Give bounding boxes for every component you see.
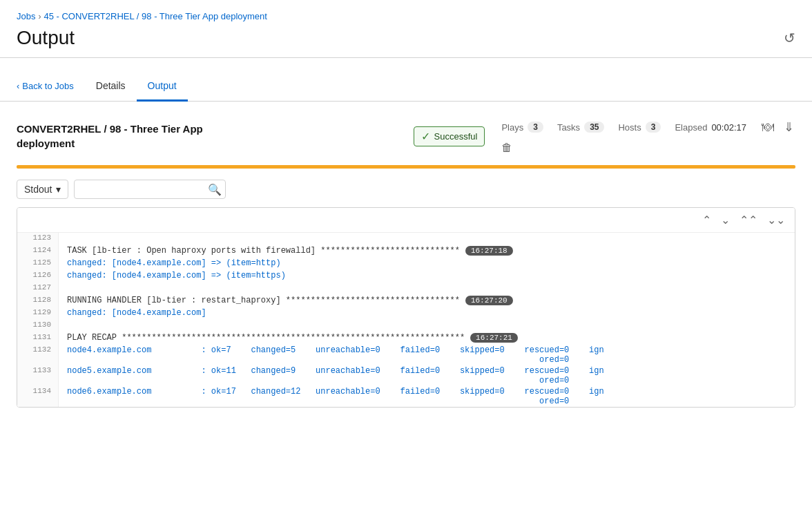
line-number: 1133 (17, 365, 59, 386)
line-content (59, 233, 795, 245)
line-number: 1127 (17, 283, 59, 295)
line-content: changed: [node4.example.com] (59, 307, 795, 320)
table-row: 1123 (17, 233, 795, 245)
tab-output[interactable]: Output (137, 72, 188, 102)
table-row: 1132node4.example.com : ok=7 changed=5 u… (17, 345, 795, 365)
line-number: 1125 (17, 258, 59, 270)
delete-icon[interactable]: 🗑 (501, 142, 512, 154)
job-title: CONVERT2RHEL / 98 - Three Tier App deplo… (17, 122, 203, 151)
scroll-bottom-btn[interactable]: ⌄⌄ (764, 212, 788, 228)
title-separator (0, 57, 812, 58)
table-row: 1125changed: [node4.example.com] => (ite… (17, 258, 795, 270)
jobs-breadcrumb-link[interactable]: Jobs (17, 11, 35, 21)
line-content (59, 283, 795, 295)
stdout-dropdown[interactable]: Stdout ▾ (17, 180, 68, 199)
download-icon[interactable]: ⇓ (782, 118, 795, 136)
tasks-count: 35 (584, 122, 604, 133)
hosts-stat: Hosts 3 (618, 122, 661, 133)
filter-row: Stdout ▾ 🔍 (17, 180, 795, 199)
line-number: 1126 (17, 270, 59, 283)
hosts-count: 3 (646, 122, 661, 133)
breadcrumb-job-detail: 45 - CONVERT2RHEL / 98 - Three Tier App … (44, 11, 267, 21)
line-content: changed: [node4.example.com] => (item=ht… (59, 270, 795, 283)
action-buttons: 🍽 ⇓ (760, 118, 795, 136)
scroll-up-btn[interactable]: ⌃ (699, 212, 714, 228)
chevron-down-icon: ▾ (56, 184, 61, 195)
stats-row: Plays 3 Tasks 35 Hosts 3 Elapsed (501, 118, 795, 136)
tab-details[interactable]: Details (85, 72, 137, 102)
elapsed-stat: Elapsed 00:02:17 (675, 122, 746, 133)
table-row: 1126changed: [node4.example.com] => (ite… (17, 270, 795, 283)
line-number: 1128 (17, 295, 59, 307)
line-content: node6.example.com : ok=17 changed=12 unr… (59, 386, 795, 407)
line-content: node4.example.com : ok=7 changed=5 unrea… (59, 345, 795, 365)
line-number: 1129 (17, 307, 59, 320)
table-row: 1128RUNNING HANDLER [lb-tier : restart_h… (17, 295, 795, 307)
search-icon[interactable]: 🔍 (208, 183, 222, 196)
scroll-down-btn[interactable]: ⌄ (718, 212, 733, 228)
plays-label: Plays (501, 122, 523, 133)
status-label: Successful (434, 131, 478, 142)
line-content (59, 320, 795, 332)
output-toolbar: ⌃ ⌄ ⌃⌃ ⌄⌄ (17, 208, 795, 233)
chevron-left-icon: ‹ (17, 81, 19, 91)
output-container: ⌃ ⌄ ⌃⌃ ⌄⌄ 1123 1124TASK [lb-tier : Open … (17, 207, 795, 408)
tab-back-to-jobs[interactable]: ‹ Back to Jobs (17, 73, 85, 102)
search-input[interactable] (74, 180, 226, 199)
table-row: 1130 (17, 320, 795, 332)
line-content: PLAY RECAP *****************************… (59, 332, 795, 345)
table-row: 1133node5.example.com : ok=11 changed=9 … (17, 365, 795, 386)
progress-bar (17, 165, 795, 169)
timestamp-badge: 16:27:18 (465, 246, 513, 256)
table-row: 1127 (17, 283, 795, 295)
line-number: 1134 (17, 386, 59, 407)
search-wrapper: 🔍 (74, 180, 226, 199)
rocket-icon[interactable]: 🍽 (760, 119, 775, 136)
scroll-top-btn[interactable]: ⌃⌃ (737, 212, 760, 228)
page-title: Output (17, 27, 75, 49)
line-content: node5.example.com : ok=11 changed=9 unre… (59, 365, 795, 386)
breadcrumb: Jobs › 45 - CONVERT2RHEL / 98 - Three Ti… (17, 11, 267, 21)
stdout-label: Stdout (24, 184, 52, 195)
plays-count: 3 (528, 122, 543, 133)
timestamp-badge: 16:27:21 (470, 333, 518, 343)
line-content: changed: [node4.example.com] => (item=ht… (59, 258, 795, 270)
hosts-label: Hosts (618, 122, 641, 133)
tabs-bar: ‹ Back to Jobs Details Output (0, 72, 812, 102)
output-body[interactable]: 1123 1124TASK [lb-tier : Open haproxy po… (17, 233, 795, 407)
status-badge: ✓ Successful (414, 126, 485, 146)
back-to-jobs-label: Back to Jobs (22, 81, 73, 91)
elapsed-value: 00:02:17 (711, 122, 746, 133)
line-number: 1131 (17, 332, 59, 345)
plays-stat: Plays 3 (501, 122, 543, 133)
line-content: TASK [lb-tier : Open haproxy ports with … (59, 245, 795, 258)
breadcrumb-sep1: › (38, 12, 41, 21)
elapsed-label: Elapsed (675, 122, 707, 133)
table-row: 1131PLAY RECAP *************************… (17, 332, 795, 345)
tasks-label: Tasks (557, 122, 580, 133)
history-icon[interactable]: ↺ (784, 30, 795, 46)
job-info-bar: CONVERT2RHEL / 98 - Three Tier App deplo… (17, 118, 795, 154)
table-row: 1134node6.example.com : ok=17 changed=12… (17, 386, 795, 407)
tasks-stat: Tasks 35 (557, 122, 605, 133)
line-number: 1123 (17, 233, 59, 245)
line-number: 1130 (17, 320, 59, 332)
table-row: 1124TASK [lb-tier : Open haproxy ports w… (17, 245, 795, 258)
timestamp-badge: 16:27:20 (465, 296, 513, 305)
table-row: 1129changed: [node4.example.com] (17, 307, 795, 320)
line-number: 1132 (17, 345, 59, 365)
line-number: 1124 (17, 245, 59, 258)
check-icon: ✓ (421, 130, 430, 143)
line-content: RUNNING HANDLER [lb-tier : restart_hapro… (59, 295, 795, 307)
